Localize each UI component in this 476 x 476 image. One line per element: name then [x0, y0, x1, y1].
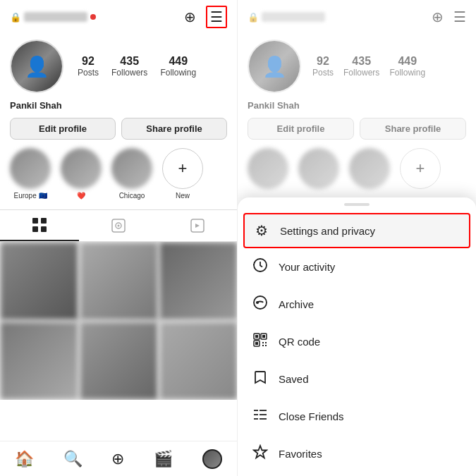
saved-icon	[252, 370, 269, 389]
story-europe[interactable]: Europe 🇪🇺	[10, 148, 51, 200]
menu-item-settings[interactable]: ⚙ Settings and privacy	[243, 213, 470, 248]
bottom-nav: 🏠 🔍 ⊕ 🎬	[0, 441, 237, 476]
right-stats-row: 92 Posts 435 Followers 449 Following	[312, 55, 425, 78]
right-edit-button: Edit profile	[248, 118, 354, 140]
right-followers-count: 435	[352, 55, 371, 68]
menu-icon[interactable]: ☰	[206, 6, 227, 28]
close-friends-icon	[252, 407, 269, 426]
right-menu-icon: ☰	[453, 8, 466, 25]
story-heart-circle	[61, 148, 102, 189]
story-europe-circle	[10, 148, 51, 189]
svg-rect-17	[262, 342, 264, 343]
svg-rect-15	[262, 335, 265, 338]
stats-row: 92 Posts 435 Followers 449 Following	[78, 55, 196, 78]
story-chicago-circle	[111, 148, 152, 189]
sheet-handle	[344, 203, 370, 206]
settings-label: Settings and privacy	[280, 225, 375, 237]
right-posts-label: Posts	[312, 68, 334, 78]
activity-icon	[252, 257, 269, 276]
svg-rect-14	[255, 335, 258, 338]
nav-add-icon[interactable]: ⊕	[111, 450, 124, 468]
posts-count: 92	[82, 55, 94, 68]
nav-search-icon[interactable]: 🔍	[63, 450, 83, 468]
profile-section: 👤 92 Posts 435 Followers 449 Following	[0, 34, 237, 100]
right-share-button: Share profile	[360, 118, 466, 140]
tab-bar	[0, 209, 237, 242]
qr-icon	[252, 332, 269, 351]
svg-rect-0	[32, 218, 38, 224]
lock-icon: 🔒	[10, 12, 21, 23]
followers-count: 435	[120, 55, 139, 68]
svg-rect-16	[255, 342, 258, 345]
right-lock-icon: 🔒	[248, 12, 259, 23]
photo-5[interactable]	[80, 322, 158, 400]
right-profile-buttons: Edit profile Share profile	[238, 118, 476, 148]
menu-item-saved[interactable]: Saved	[238, 360, 476, 398]
menu-item-archive[interactable]: Archive	[238, 286, 476, 323]
right-followers-stat: 435 Followers	[343, 55, 379, 78]
nav-home-icon[interactable]: 🏠	[15, 450, 34, 468]
edit-profile-button[interactable]: Edit profile	[10, 118, 116, 140]
svg-marker-27	[254, 446, 267, 458]
story-europe-label: Europe 🇪🇺	[13, 192, 47, 200]
tab-tagged[interactable]	[158, 210, 237, 241]
settings-icon: ⚙	[253, 222, 270, 239]
menu-item-close-friends[interactable]: Close Friends	[238, 398, 476, 435]
stories-row: Europe 🇪🇺 ❤️ Chicago + New	[0, 148, 237, 209]
posts-stat[interactable]: 92 Posts	[78, 55, 99, 78]
menu-item-qr[interactable]: QR code	[238, 323, 476, 360]
avatar[interactable]: 👤	[10, 39, 63, 93]
menu-item-activity[interactable]: Your activity	[238, 248, 476, 286]
right-story-new: +	[400, 148, 441, 189]
right-top-bar-user: 🔒	[248, 12, 325, 23]
right-story-2	[298, 148, 339, 189]
profile-buttons: Edit profile Share profile	[0, 118, 237, 148]
favorites-icon	[252, 444, 269, 463]
close-friends-label: Close Friends	[279, 410, 344, 422]
right-story-3	[349, 148, 390, 189]
notification-dot	[90, 14, 96, 20]
story-chicago-label: Chicago	[119, 192, 145, 200]
story-new[interactable]: + New	[162, 148, 203, 200]
nav-reels-icon[interactable]: 🎬	[154, 450, 173, 468]
svg-rect-18	[265, 342, 267, 343]
top-bar-left: 🔒 ⊕ ☰	[0, 0, 237, 34]
avatar-image: 👤	[11, 41, 62, 92]
svg-point-10	[257, 302, 258, 303]
right-username-blur	[262, 12, 325, 22]
story-chicago[interactable]: Chicago	[111, 148, 152, 200]
right-profile-section: 👤 92 Posts 435 Followers 449 Following	[238, 34, 476, 100]
menu-item-discover[interactable]: Discover people	[238, 472, 476, 476]
right-top-bar-actions: ⊕ ☰	[432, 8, 466, 25]
following-stat[interactable]: 449 Following	[160, 55, 196, 78]
photo-3[interactable]	[159, 242, 237, 320]
tab-reels[interactable]	[79, 210, 158, 241]
svg-point-9	[254, 296, 267, 309]
photo-2[interactable]	[80, 242, 158, 320]
profile-name: Pankil Shah	[0, 100, 237, 118]
tab-grid[interactable]	[0, 210, 79, 241]
story-heart[interactable]: ❤️	[61, 148, 102, 200]
right-stories-row: +	[238, 148, 476, 199]
svg-rect-2	[32, 226, 38, 232]
followers-stat[interactable]: 435 Followers	[111, 55, 147, 78]
right-top-bar: 🔒 ⊕ ☰	[238, 0, 476, 34]
nav-profile-icon[interactable]	[202, 449, 222, 469]
dropdown-sheet: ⚙ Settings and privacy Your activity	[238, 197, 476, 476]
photo-4[interactable]	[0, 322, 78, 400]
menu-item-favorites[interactable]: Favorites	[238, 435, 476, 472]
svg-rect-20	[265, 345, 267, 346]
following-count: 449	[169, 55, 188, 68]
story-new-label: New	[176, 192, 190, 200]
archive-icon	[252, 295, 269, 314]
add-post-icon[interactable]: ⊕	[184, 8, 196, 25]
photo-1[interactable]	[0, 242, 78, 320]
share-profile-button[interactable]: Share profile	[121, 118, 227, 140]
activity-label: Your activity	[279, 261, 335, 273]
svg-rect-19	[262, 345, 264, 346]
right-posts-stat: 92 Posts	[312, 55, 334, 78]
photo-6[interactable]	[159, 322, 237, 400]
right-avatar: 👤	[248, 39, 301, 93]
posts-label: Posts	[78, 68, 99, 78]
story-new-circle: +	[162, 148, 203, 189]
